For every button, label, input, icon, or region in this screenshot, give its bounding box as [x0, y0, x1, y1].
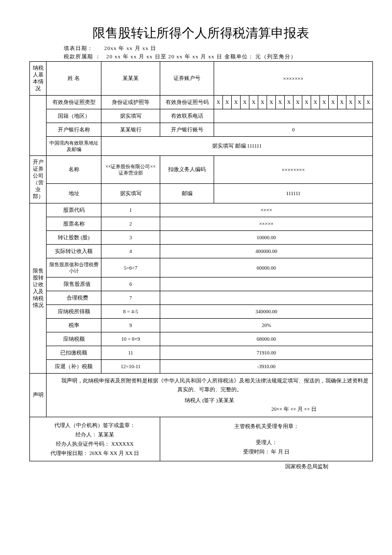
row-label: 限售股原值 [47, 278, 101, 291]
phone-value [214, 109, 373, 123]
id-no-grid: XXXXXXXXXXXXXXXXXX [214, 96, 373, 109]
row-label: 已扣缴税额 [47, 346, 101, 360]
row-value: 68000.00 [160, 332, 373, 346]
section-broker: 开户证券公司（营业部） [30, 156, 47, 203]
withhold-code-value: ×××××××× [214, 156, 373, 184]
broker-addr-label: 地址 [47, 184, 101, 203]
declaration-form: 纳税人基本情况 姓 名 某某某 证券账户号 ××××××× 有效身份证照类型 身… [29, 61, 373, 461]
row-value: -3910.00 [160, 360, 373, 374]
id-digit-cell: X [214, 96, 223, 109]
id-digit-cell: X [338, 96, 346, 109]
id-digit-cell: X [311, 96, 320, 109]
sec-account-label: 证券账户号 [160, 62, 214, 96]
bank-acct-value: 0 [214, 123, 373, 137]
broker-zip-label: 邮编 [160, 184, 214, 203]
row-value [160, 278, 373, 291]
bank-value: 某某银行 [101, 123, 160, 137]
row-label: 转让股数 (股) [47, 231, 101, 245]
addr-value: 据实填写 邮编 111111 [101, 137, 373, 156]
id-digit-cell: X [249, 96, 258, 109]
row-no: 5=6+7 [101, 258, 160, 278]
broker-name-label: 名称 [47, 156, 101, 184]
id-no-label: 有效身份证照号码 [160, 96, 214, 109]
section-transfer: 限售股转让收入及纳税情况 [30, 203, 47, 374]
row-value: 340000.00 [160, 305, 373, 319]
row-value: 71910.00 [160, 346, 373, 360]
authority-box: 主管税务机关受理专用章： 受理人： 受理时间： 年 月 日 [160, 417, 373, 461]
withhold-code-label: 扣缴义务人编码 [160, 156, 214, 184]
id-digit-cell: X [320, 96, 329, 109]
bank-label: 开户银行名称 [47, 123, 101, 137]
id-digit-cell: X [223, 96, 232, 109]
period-line: 税款所属期 ： 20 xx 年 xx 月 xx 日至 20 xx 年 xx 月 … [64, 53, 372, 60]
name-value: 某某某 [101, 62, 160, 96]
row-no: 7 [101, 291, 160, 305]
row-no: 10 = 8×9 [101, 332, 160, 346]
row-value: ××××× [160, 217, 373, 231]
nationality-value: 据实填写 [101, 109, 160, 123]
id-digit-cell: X [241, 96, 249, 109]
section-declare: 声明 [30, 374, 47, 417]
row-value: ×××× [160, 203, 373, 217]
row-label: 税率 [47, 319, 101, 332]
id-type-value: 身份证或护照等 [101, 96, 160, 109]
row-no: 12=10-11 [101, 360, 160, 374]
row-label: 股票名称 [47, 217, 101, 231]
id-digit-cell: X [294, 96, 302, 109]
bank-acct-label: 开户银行账号 [160, 123, 214, 137]
id-digit-cell: X [302, 96, 311, 109]
id-digit-cell: X [276, 96, 285, 109]
row-value: 60000.00 [160, 258, 373, 278]
section-taxpayer: 纳税人基本情况 [30, 62, 47, 96]
row-label: 应纳税所得额 [47, 305, 101, 319]
row-value: 20% [160, 319, 373, 332]
row-no: 9 [101, 319, 160, 332]
id-digit-cell: X [285, 96, 294, 109]
row-no: 4 [101, 245, 160, 258]
row-no: 8 = 4-5 [101, 305, 160, 319]
row-label: 应退（补）税额 [47, 360, 101, 374]
footer-note: 国家税务总局监制 [29, 463, 372, 470]
id-digit-cell: X [329, 96, 338, 109]
fill-date-line: 填表日期： 20xx 年 xx 月 xx 日 [64, 45, 372, 52]
id-digit-cell: X [364, 96, 372, 109]
id-digit-cell: X [267, 96, 276, 109]
row-no: 11 [101, 346, 160, 360]
row-value: 10000.00 [160, 231, 373, 245]
broker-addr-value: 据实填写 [101, 184, 160, 203]
row-label: 限售股原值和合理税费小计 [47, 258, 101, 278]
name-label: 姓 名 [47, 62, 101, 96]
phone-label: 有效联系电话 [160, 109, 214, 123]
nationality-label: 国籍（地区） [47, 109, 101, 123]
row-label: 股票代码 [47, 203, 101, 217]
row-no: 6 [101, 278, 160, 291]
row-value: 400000.00 [160, 245, 373, 258]
sec-account-value: ××××××× [214, 62, 373, 96]
id-type-label: 有效身份证照类型 [47, 96, 101, 109]
id-digit-cell: X [258, 96, 267, 109]
page-title: 限售股转让所得个人所得税清算申报表 [29, 25, 372, 42]
id-digit-cell: X [355, 96, 364, 109]
row-label: 合理税费 [47, 291, 101, 305]
row-label: 应纳税额 [47, 332, 101, 346]
id-digit-cell: X [232, 96, 241, 109]
row-value [160, 291, 373, 305]
row-label: 实际转让收入额 [47, 245, 101, 258]
broker-name-value: ××证券股份有限公司××证券营业部 [101, 156, 160, 184]
agent-box: 代理人（中介机构）签字或盖章： 经办人： 某某某 经办人执业证件号码： XXXX… [30, 417, 160, 461]
row-no: 3 [101, 231, 160, 245]
row-no: 2 [101, 217, 160, 231]
row-no: 1 [101, 203, 160, 217]
id-digit-cell: X [346, 96, 355, 109]
declaration-box: 我声明，此纳税申报表及所附资料是根据《中华人民共和国个人所得税法》及相关法律法规… [47, 374, 373, 417]
broker-zip-value: 111111 [214, 184, 373, 203]
addr-label: 中国境内有效联系地址及邮编 [47, 137, 101, 156]
